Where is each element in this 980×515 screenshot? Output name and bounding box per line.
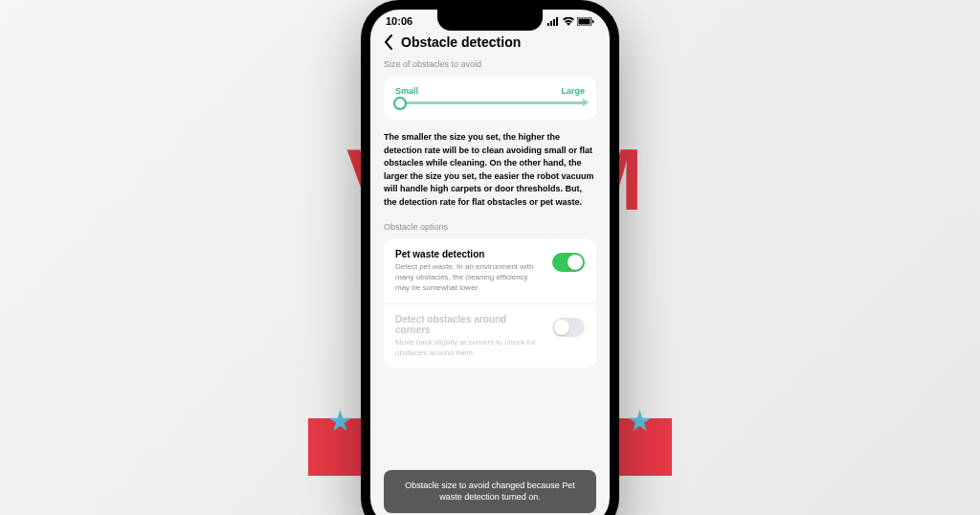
slider-min-label: Small xyxy=(395,86,418,96)
slider-thumb[interactable] xyxy=(393,97,407,110)
svg-rect-3 xyxy=(556,17,558,26)
svg-rect-0 xyxy=(547,23,549,26)
detect-corners-row: Detect obstacles around corners Move bac… xyxy=(384,303,596,368)
phone-notch xyxy=(437,10,543,31)
svg-rect-2 xyxy=(553,19,555,26)
obstacle-size-slider[interactable] xyxy=(395,101,585,104)
slider-max-label: Large xyxy=(561,86,585,96)
options-section-label: Obstacle options xyxy=(384,222,596,232)
slider-section-label: Size of obstacles to avoid xyxy=(384,59,596,69)
signal-icon xyxy=(547,17,560,26)
page-header: Obstacle detection xyxy=(370,29,610,59)
wifi-icon xyxy=(563,17,574,26)
obstacle-size-slider-card: Small Large xyxy=(384,77,596,120)
status-time: 10:06 xyxy=(386,15,412,27)
back-icon[interactable] xyxy=(384,34,393,50)
pet-waste-detection-row: Pet waste detection Detect pet waste. In… xyxy=(384,239,596,303)
svg-rect-5 xyxy=(579,18,590,24)
pet-waste-toggle[interactable] xyxy=(552,253,585,272)
pet-waste-desc: Detect pet waste. In an environment with… xyxy=(395,261,543,294)
slider-description: The smaller the size you set, the higher… xyxy=(384,131,596,209)
detect-corners-desc: Move back slightly at corners to check f… xyxy=(395,337,543,358)
toast-message: Obstacle size to avoid changed because P… xyxy=(384,470,596,513)
svg-rect-1 xyxy=(550,21,552,26)
obstacle-options-card: Pet waste detection Detect pet waste. In… xyxy=(384,239,596,368)
battery-icon xyxy=(577,17,594,26)
pet-waste-title: Pet waste detection xyxy=(395,249,543,259)
phone-mockup: 10:06 Obstacle detection Size of obstacl… xyxy=(361,0,619,515)
detect-corners-title: Detect obstacles around corners xyxy=(395,314,543,335)
svg-rect-6 xyxy=(592,20,594,23)
detect-corners-toggle[interactable] xyxy=(552,318,585,337)
page-title: Obstacle detection xyxy=(401,34,521,50)
